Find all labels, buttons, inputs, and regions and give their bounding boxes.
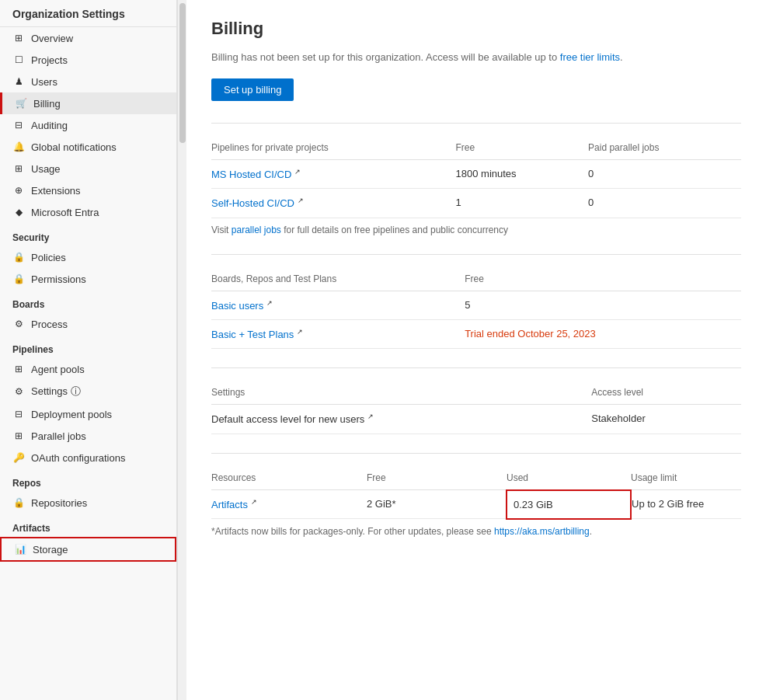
sidebar-item-repositories[interactable]: 🔒 Repositories [0,492,176,514]
sidebar-item-global-notifications[interactable]: 🔔 Global notifications [0,136,176,158]
entra-icon: ◆ [12,206,25,218]
pipelines-col-name: Pipelines for private projects [211,139,456,160]
notifications-icon: 🔔 [12,141,25,153]
parallel-jobs-icon: ⊞ [12,430,25,442]
storage-icon: 📊 [14,543,26,555]
sidebar-item-storage[interactable]: 📊 Storage [0,537,176,562]
sidebar-item-users[interactable]: ♟ Users [0,71,176,92]
artifacts-used-cell: 0.23 GiB [507,490,631,519]
self-hosted-cicd-link[interactable]: Self-Hosted CI/CD [211,198,294,210]
sidebar: Organization Settings ⊞ Overview ☐ Proje… [0,0,177,700]
pipelines-col-paid: Paid parallel jobs [588,139,741,160]
scrollbar-thumb[interactable] [179,3,186,143]
default-access-cell: Default access level for new users ↗ [211,405,591,434]
artbilling-link[interactable]: https://aka.ms/artbilling [494,526,590,537]
ms-hosted-cicd-link[interactable]: MS Hosted CI/CD [211,169,291,180]
overview-icon: ⊞ [12,32,25,44]
boards-col-name: Boards, Repos and Test Plans [211,270,465,291]
pipelines-note: Visit parallel jobs for full details on … [211,225,741,235]
resources-note: *Artifacts now bills for packages-only. … [211,526,741,537]
sidebar-item-process[interactable]: ⚙ Process [0,313,176,335]
sidebar-item-billing[interactable]: 🛒 Billing [0,92,176,114]
settings-icon: ⚙ [12,385,25,398]
table-row: Self-Hosted CI/CD ↗ 1 0 [211,189,741,218]
basic-test-plans-empty [729,319,741,348]
sidebar-header: Organization Settings [0,0,176,27]
basic-users-cell: Basic users ↗ [211,291,465,319]
page-title: Billing [211,19,741,39]
table-row: MS Hosted CI/CD ↗ 1800 minutes 0 [211,160,741,189]
basic-users-link[interactable]: Basic users [211,300,263,312]
self-hosted-free-cell: 1 [456,189,589,218]
sidebar-item-auditing[interactable]: ⊟ Auditing [0,114,176,136]
setup-billing-button[interactable]: Set up billing [211,78,294,101]
repositories-icon: 🔒 [12,496,25,509]
sidebar-item-overview[interactable]: ⊞ Overview [0,27,176,49]
usage-icon: ⊞ [12,162,25,175]
sidebar-item-agent-pools[interactable]: ⊞ Agent pools [0,358,176,380]
sidebar-item-policies[interactable]: 🔒 Policies [0,246,176,268]
basic-test-plans-link[interactable]: Basic + Test Plans [211,329,294,340]
billing-notice: Billing has not been set up for this org… [211,51,741,63]
boards-col-free: Free [465,270,729,291]
free-tier-limits-link[interactable]: free tier limits [560,51,620,63]
sidebar-item-parallel-jobs[interactable]: ⊞ Parallel jobs [0,425,176,447]
sidebar-item-microsoft-entra[interactable]: ◆ Microsoft Entra [0,201,176,223]
pipelines-col-free: Free [456,139,589,160]
artifacts-limit-cell: Up to 2 GiB free [631,490,741,519]
basic-users-empty [729,291,741,319]
ms-hosted-free-cell: 1800 minutes [456,160,589,189]
access-settings-section: Settings Access level Default access lev… [211,367,741,434]
security-section-label: Security [0,223,176,246]
oauth-icon: 🔑 [12,451,25,464]
self-hosted-paid-cell: 0 [588,189,741,218]
pipelines-section: Pipelines for private projects Free Paid… [211,123,741,235]
basic-test-plans-cell: Basic + Test Plans ↗ [211,319,465,348]
sidebar-item-projects[interactable]: ☐ Projects [0,49,176,71]
ms-hosted-cicd-cell: MS Hosted CI/CD ↗ [211,160,456,189]
resources-col-name: Resources [211,469,367,490]
resources-table: Resources Free Used Usage limit Artifact… [211,469,741,520]
settings-col-name: Settings [211,384,591,405]
pipelines-section-label: Pipelines [0,335,176,358]
artifacts-free-cell: 2 GiB* [367,490,507,519]
default-access-value-cell: Stakeholder [591,405,727,434]
users-icon: ♟ [12,75,25,88]
billing-icon: 🛒 [15,97,27,110]
artifacts-section-label: Artifacts [0,514,176,537]
artifacts-link[interactable]: Artifacts [211,499,248,510]
table-row: Artifacts ↗ 2 GiB* 0.23 GiB Up to 2 GiB … [211,490,741,519]
settings-col-access: Access level [591,384,727,405]
sidebar-item-usage[interactable]: ⊞ Usage [0,158,176,179]
resources-col-free: Free [367,469,507,490]
projects-icon: ☐ [12,54,25,66]
policies-icon: 🔒 [12,251,25,263]
basic-test-plans-free-cell: Trial ended October 25, 2023 [465,319,729,348]
table-row: Default access level for new users ↗ Sta… [211,405,741,434]
ms-hosted-paid-cell: 0 [588,160,741,189]
boards-section-label: Boards [0,290,176,313]
sidebar-scrollbar[interactable] [177,0,186,700]
resources-col-limit: Usage limit [631,469,741,490]
settings-table: Settings Access level Default access lev… [211,384,741,434]
extensions-icon: ⊕ [12,184,25,197]
sidebar-item-permissions[interactable]: 🔒 Permissions [0,268,176,290]
resources-col-used: Used [507,469,631,490]
sidebar-item-settings[interactable]: ⚙ Settings ⓘ [0,380,176,403]
sidebar-item-oauth[interactable]: 🔑 OAuth configurations [0,447,176,468]
boards-col-empty [729,270,741,291]
deployment-pools-icon: ⊟ [12,408,25,420]
settings-col-empty [727,384,741,405]
sidebar-item-deployment-pools[interactable]: ⊟ Deployment pools [0,403,176,425]
table-row: Basic users ↗ 5 [211,291,741,319]
boards-table: Boards, Repos and Test Plans Free Basic … [211,270,741,350]
main-content: Billing Billing has not been set up for … [186,0,766,700]
parallel-jobs-link[interactable]: parallel jobs [232,225,281,235]
basic-users-free-cell: 5 [465,291,729,319]
sidebar-item-extensions[interactable]: ⊕ Extensions [0,179,176,201]
default-access-empty [727,405,741,434]
agent-pools-icon: ⊞ [12,363,25,375]
pipelines-table: Pipelines for private projects Free Paid… [211,139,741,218]
boards-section: Boards, Repos and Test Plans Free Basic … [211,254,741,350]
repos-section-label: Repos [0,468,176,492]
